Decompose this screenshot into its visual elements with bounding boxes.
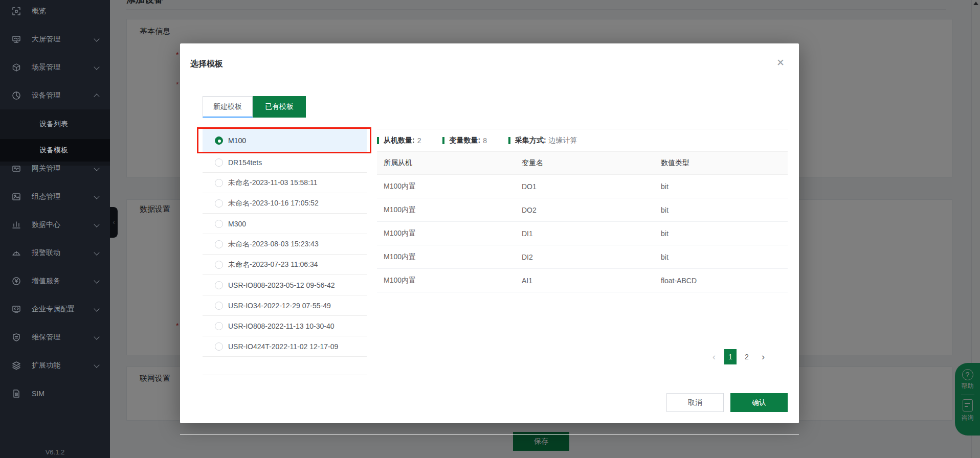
chevron-down-icon xyxy=(94,278,99,283)
radio-icon[interactable] xyxy=(215,158,223,167)
template-detail-panel: 从机数量: 2 变量数量: 8 采集方式: 边缘计算 所属从机 xyxy=(377,129,788,292)
stat-variable-count: 变量数量: 8 xyxy=(442,136,486,145)
chevron-down-icon xyxy=(94,64,99,70)
chevron-down-icon xyxy=(94,221,99,227)
template-option[interactable]: 未命名-2023-10-16 17:05:52 xyxy=(203,193,367,214)
table-row: M100内置 DI2 bit xyxy=(377,245,788,269)
sidebar-item-bigscreen[interactable]: 大屏管理 xyxy=(0,28,110,51)
chevron-down-icon xyxy=(94,362,99,368)
chevron-down-icon xyxy=(94,193,99,199)
modal-title: 选择模板 xyxy=(190,59,223,70)
chevron-down-icon xyxy=(94,36,99,41)
radio-icon[interactable] xyxy=(215,261,223,269)
scene-icon xyxy=(11,62,21,73)
sidebar-item-device-list[interactable]: 设备列表 xyxy=(0,113,110,135)
sidebar-item-sim[interactable]: SIM xyxy=(0,382,110,405)
sidebar-item-datacenter[interactable]: 数据中心 xyxy=(0,214,110,236)
datacenter-icon xyxy=(11,220,21,230)
template-option-m100[interactable]: M100 xyxy=(203,129,367,152)
variables-table: 所属从机 变量名 数值类型 M100内置 DO1 bit M100内置 DO2 … xyxy=(377,151,788,292)
page-button-1[interactable]: 1 xyxy=(724,349,737,364)
radio-checked-icon[interactable] xyxy=(215,136,223,145)
template-option[interactable]: 未命名-2023-11-03 15:58:11 xyxy=(203,173,367,193)
template-tabs: 新建模板 已有模板 xyxy=(203,96,306,118)
sidebar-item-scene[interactable]: 场景管理 xyxy=(0,56,110,79)
gateway-icon xyxy=(11,164,21,174)
sidebar-item-extension[interactable]: 扩展功能 xyxy=(0,354,110,377)
confirm-button[interactable]: 确认 xyxy=(730,393,788,412)
table-row: M100内置 DI1 bit xyxy=(377,222,788,245)
radio-icon[interactable] xyxy=(215,342,223,351)
chevron-down-icon xyxy=(94,249,99,255)
modal-footer-divider xyxy=(180,434,799,435)
template-option[interactable]: M300 xyxy=(203,214,367,234)
table-row: M100内置 DO1 bit xyxy=(377,175,788,198)
radio-icon[interactable] xyxy=(215,322,223,330)
table-row: M100内置 DO2 bit xyxy=(377,198,788,222)
stat-bar xyxy=(377,137,379,144)
chevron-up-icon xyxy=(94,94,99,99)
sidebar-item-gateway[interactable]: 网关管理 xyxy=(0,157,110,180)
select-template-modal: 选择模板 ✕ 新建模板 已有模板 M100 DR154tets 未命名-2023… xyxy=(180,43,799,423)
sidebar-item-alarm[interactable]: 报警联动 xyxy=(0,242,110,264)
template-option[interactable]: USR-IO808-2023-05-12 09-56-42 xyxy=(203,275,367,295)
template-option[interactable]: 未命名-2023-07-23 11:06:34 xyxy=(203,255,367,275)
page-prev-icon[interactable]: ‹ xyxy=(708,349,720,364)
radio-icon[interactable] xyxy=(215,199,223,208)
template-option[interactable]: DR154tets xyxy=(203,152,367,173)
app-screen: 概览 大屏管理 场景管理 设备管理 设备列表 设备模板 网关管理 xyxy=(0,0,980,458)
overview-icon xyxy=(11,6,21,16)
sidebar-item-value-service[interactable]: 增值服务 xyxy=(0,270,110,292)
radio-icon[interactable] xyxy=(215,220,223,228)
template-list: M100 DR154tets 未命名-2023-11-03 15:58:11 未… xyxy=(203,129,367,375)
close-icon[interactable]: ✕ xyxy=(776,57,785,68)
radio-icon[interactable] xyxy=(215,302,223,310)
tab-new-template[interactable]: 新建模板 xyxy=(203,96,253,118)
radio-icon[interactable] xyxy=(215,281,223,289)
sim-icon xyxy=(11,388,21,399)
template-stats: 从机数量: 2 变量数量: 8 采集方式: 边缘计算 xyxy=(377,129,788,151)
alarm-icon xyxy=(11,248,21,258)
chevron-down-icon xyxy=(94,306,99,311)
enterprise-icon xyxy=(11,304,21,314)
template-option[interactable]: 未命名-2023-08-03 15:23:43 xyxy=(203,234,367,255)
value-service-icon xyxy=(11,276,21,286)
sidebar: 概览 大屏管理 场景管理 设备管理 设备列表 设备模板 网关管理 xyxy=(0,0,110,458)
extension-icon xyxy=(11,360,21,371)
tab-existing-template[interactable]: 已有模板 xyxy=(253,96,306,118)
table-row: M100内置 AI1 float-ABCD xyxy=(377,269,788,292)
sidebar-item-maintenance[interactable]: 维保管理 xyxy=(0,326,110,349)
pagination: ‹ 1 2 › xyxy=(706,349,771,364)
chevron-down-icon xyxy=(94,334,99,339)
page-next-icon[interactable]: › xyxy=(757,349,769,364)
radio-icon[interactable] xyxy=(215,240,223,248)
bigscreen-icon xyxy=(11,34,21,44)
cancel-button[interactable]: 取消 xyxy=(666,393,724,412)
sidebar-item-hmi[interactable]: 组态管理 xyxy=(0,186,110,208)
sidebar-item-overview[interactable]: 概览 xyxy=(0,0,110,22)
hmi-icon xyxy=(11,192,21,202)
radio-icon[interactable] xyxy=(215,179,223,187)
col-header-slave: 所属从机 xyxy=(377,152,522,175)
maintenance-icon xyxy=(11,332,21,342)
template-option[interactable]: USR-IO424T-2022-11-02 12-17-09 xyxy=(203,336,367,357)
page-button-2[interactable]: 2 xyxy=(741,349,753,364)
template-option[interactable]: USR-IO808-2022-11-13 10-30-40 xyxy=(203,316,367,336)
device-icon xyxy=(11,90,21,101)
sidebar-item-device[interactable]: 设备管理 xyxy=(0,84,110,107)
stat-bar xyxy=(508,137,510,144)
stat-slave-count: 从机数量: 2 xyxy=(377,136,421,145)
app-version: V6.1.2 xyxy=(0,448,110,456)
stat-bar xyxy=(442,137,444,144)
col-header-type: 数值类型 xyxy=(661,152,788,175)
sidebar-item-enterprise[interactable]: 企业专属配置 xyxy=(0,298,110,320)
chevron-down-icon xyxy=(94,165,99,171)
template-option[interactable]: USR-IO34-2022-12-29 07-55-49 xyxy=(203,295,367,316)
stat-collection-mode: 采集方式: 边缘计算 xyxy=(508,136,577,145)
col-header-variable: 变量名 xyxy=(522,152,661,175)
